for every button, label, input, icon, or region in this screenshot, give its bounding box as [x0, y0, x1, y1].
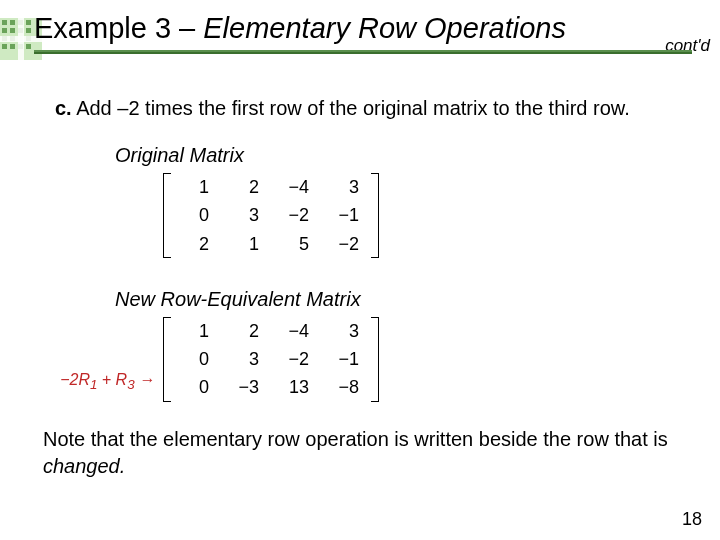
svg-rect-14 — [10, 44, 15, 49]
rowop-neg2: −2 — [60, 371, 78, 388]
original-matrix-label: Original Matrix — [115, 142, 685, 169]
page-number: 18 — [682, 509, 702, 530]
original-matrix: 12−43 03−2−1 215−2 — [55, 173, 685, 258]
svg-rect-1 — [2, 20, 7, 25]
title-dash: – — [171, 12, 203, 44]
new-matrix: −2R1 + R3 → 12−43 03−2−1 0−313−8 — [55, 317, 685, 402]
svg-rect-16 — [26, 44, 31, 49]
svg-rect-8 — [26, 28, 31, 33]
note-b: changed. — [43, 455, 125, 477]
note: Note that the elementary row operation i… — [43, 426, 685, 480]
part-c-label: c. — [55, 97, 72, 119]
part-c-statement: c. Add –2 times the first row of the ori… — [55, 95, 685, 122]
svg-rect-5 — [2, 28, 7, 33]
part-c-text: Add –2 times the first row of the origin… — [72, 97, 630, 119]
title-topic: Elementary Row Operations — [203, 12, 566, 44]
rowop-R1: R — [78, 371, 90, 388]
svg-rect-18 — [18, 18, 24, 60]
svg-rect-6 — [10, 28, 15, 33]
rowop-R3-sub: 3 — [127, 377, 134, 392]
row-operation: −2R1 + R3 → — [55, 320, 155, 398]
slide-title: Example 3 – Elementary Row Operations co… — [34, 12, 694, 45]
svg-rect-2 — [10, 20, 15, 25]
note-a: Note that the elementary row operation i… — [43, 428, 668, 450]
new-matrix-table: 12−43 03−2−1 0−313−8 — [171, 317, 371, 402]
title-example: Example 3 — [34, 12, 171, 44]
svg-rect-13 — [2, 44, 7, 49]
title-underline — [34, 50, 692, 54]
rowop-arrow: → — [135, 371, 155, 388]
rowop-plus: + — [97, 371, 115, 388]
svg-rect-4 — [26, 20, 31, 25]
rowop-R3: R — [116, 371, 128, 388]
original-matrix-table: 12−43 03−2−1 215−2 — [171, 173, 371, 258]
new-matrix-label: New Row-Equivalent Matrix — [115, 286, 685, 313]
